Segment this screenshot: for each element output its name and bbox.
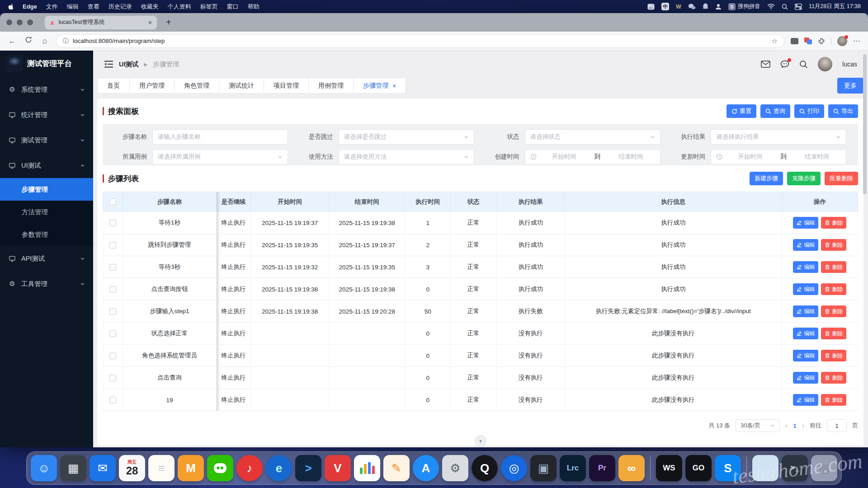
sidebar-item-工具管理[interactable]: ⚙工具管理 (0, 271, 93, 296)
app-store-icon[interactable]: A (413, 455, 439, 481)
header-search-icon[interactable] (799, 60, 808, 69)
导出-button[interactable]: 导出 (828, 104, 858, 118)
pale-app-icon[interactable] (752, 455, 778, 481)
notes-icon[interactable]: ≡ (148, 455, 175, 481)
menubar-menu-个人资料[interactable]: 个人资料 (168, 3, 191, 11)
状态-select[interactable]: 请选择状态 (525, 129, 660, 145)
delete-button[interactable]: 删除 (821, 350, 846, 361)
extensions-icon[interactable] (818, 38, 825, 45)
row-checkbox[interactable] (109, 286, 116, 293)
row-checkbox[interactable] (109, 242, 116, 249)
tab-close-icon[interactable]: × (392, 82, 396, 89)
browser-tab[interactable]: ∧ lucasTest管理系统 × (45, 16, 157, 29)
page-size-select[interactable]: 30条/页 (736, 419, 780, 432)
tab-测试统计[interactable]: 测试统计 (219, 78, 264, 94)
menubar-menu-帮助[interactable]: 帮助 (248, 3, 259, 11)
delete-button[interactable]: 删除 (821, 305, 846, 317)
sidebar-subitem-步骤管理[interactable]: 步骤管理 (0, 178, 93, 201)
address-bar[interactable]: ⓘ localhost:8080/main/program/step ☆ (56, 34, 784, 48)
mail-icon[interactable]: ✉ (90, 455, 116, 481)
delete-button[interactable]: 删除 (821, 394, 846, 406)
打印-button[interactable]: 打印 (794, 104, 824, 118)
editor-pencil-icon[interactable]: ✎ (383, 455, 410, 481)
spotlight-search-icon[interactable] (782, 4, 788, 10)
edit-button[interactable]: 编辑 (793, 350, 818, 361)
delete-button[interactable]: 删除 (821, 283, 846, 295)
window-zoom-button[interactable] (27, 19, 33, 25)
user-name[interactable]: lucas (842, 61, 857, 68)
查询-button[interactable]: 查询 (760, 104, 790, 118)
row-checkbox[interactable] (109, 397, 116, 404)
edit-button[interactable]: 编辑 (793, 217, 818, 229)
menubar-menu-编辑[interactable]: 编辑 (67, 3, 79, 11)
breadcrumb-section[interactable]: UI测试 (119, 60, 139, 69)
goto-page-input[interactable]: 1 (827, 419, 847, 432)
tab-用户管理[interactable]: 用户管理 (129, 78, 175, 94)
wiki-menubar-icon[interactable]: W (676, 4, 681, 10)
window-close-button[interactable] (6, 19, 12, 25)
calendar-icon[interactable]: 周五28 (119, 455, 145, 481)
reload-button[interactable] (24, 36, 33, 46)
delete-button[interactable]: 删除 (821, 328, 846, 339)
favorite-star-icon[interactable]: ☆ (772, 37, 778, 45)
person-menubar-icon[interactable] (715, 4, 722, 10)
menubar-menu-历史记录[interactable]: 历史记录 (108, 3, 132, 11)
apple-logo-icon[interactable] (7, 3, 14, 10)
新建步骤-button[interactable]: 新建步骤 (750, 172, 783, 185)
dark-monitor-app-icon[interactable]: ▣ (530, 455, 557, 481)
menubar-datetime[interactable]: 11月28日 周五 17:38 (809, 3, 861, 10)
sogou-input-indicator[interactable]: S 搜狗拼音 (728, 3, 760, 10)
sidebar-item-UI测试[interactable]: UI测试 (0, 153, 93, 178)
site-info-icon[interactable]: ⓘ (63, 37, 69, 45)
row-checkbox[interactable] (109, 352, 116, 359)
sidebar-item-测试管理[interactable]: 测试管理 (0, 127, 93, 153)
sidebar-item-API测试[interactable]: API测试 (0, 246, 93, 271)
window-minimize-button[interactable] (17, 19, 23, 25)
tab-用例管理[interactable]: 用例管理 (308, 78, 354, 94)
trash-icon[interactable]: ▤ (811, 455, 837, 481)
menubar-menu-窗口[interactable]: 窗口 (227, 3, 239, 11)
new-tab-button[interactable]: + (166, 17, 171, 28)
wifi-icon[interactable] (767, 4, 775, 9)
prev-page-button[interactable]: ‹ (785, 422, 788, 430)
select-all-checkbox[interactable] (109, 198, 116, 205)
webstorm-icon[interactable]: WS (656, 455, 682, 481)
browser-menu-icon[interactable]: ⋯ (853, 37, 861, 45)
menubar-image-icon[interactable] (647, 4, 655, 10)
row-checkbox[interactable] (109, 330, 116, 337)
premiere-icon[interactable]: Pr (589, 455, 615, 481)
edit-button[interactable]: 编辑 (793, 372, 818, 384)
translate-icon[interactable] (804, 38, 812, 44)
menubar-app-name[interactable]: Edge (23, 3, 37, 10)
row-checkbox[interactable] (109, 375, 116, 381)
dev-arrow-icon[interactable]: > (295, 455, 321, 481)
wechat-icon[interactable] (207, 455, 233, 481)
control-center-icon[interactable] (795, 4, 802, 10)
system-settings-icon[interactable]: ⚙ (442, 455, 468, 481)
tab-close-icon[interactable]: × (148, 19, 152, 26)
wechat-menubar-icon[interactable] (688, 4, 696, 10)
ghost-menubar-icon[interactable] (703, 3, 708, 10)
edit-button[interactable]: 编辑 (793, 328, 818, 339)
input-method-icon[interactable]: 中 (661, 3, 669, 10)
menubar-menu-标签页[interactable]: 标签页 (200, 3, 218, 11)
blue-ring-app-icon[interactable]: ◎ (501, 455, 527, 481)
knot-app-icon[interactable]: ∞ (618, 455, 645, 481)
创建时间-daterange[interactable]: 开始时间到结束时间 (525, 149, 660, 164)
vmware-icon[interactable]: V (325, 455, 351, 481)
edit-button[interactable]: 编辑 (793, 239, 818, 251)
delete-button[interactable]: 删除 (821, 239, 846, 251)
qq-icon[interactable]: Q (472, 455, 498, 481)
tab-步骤管理[interactable]: 步骤管理× (353, 78, 406, 94)
批量删除-button[interactable]: 批量删除 (825, 172, 858, 185)
edit-button[interactable]: 编辑 (793, 305, 818, 317)
sidebar-item-统计管理[interactable]: 统计管理 (0, 102, 93, 127)
步骤名称-input[interactable]: 请输入步骤名称 (152, 129, 288, 145)
finder-icon[interactable]: ☺ (31, 455, 57, 481)
goland-icon[interactable]: GO (685, 455, 712, 481)
browser-profile-avatar[interactable] (837, 36, 847, 46)
edit-button[interactable]: 编辑 (793, 394, 818, 406)
s-app-icon[interactable]: S (715, 455, 741, 481)
collapse-sidebar-icon[interactable] (104, 60, 113, 68)
chat-notification-icon[interactable] (780, 60, 789, 68)
